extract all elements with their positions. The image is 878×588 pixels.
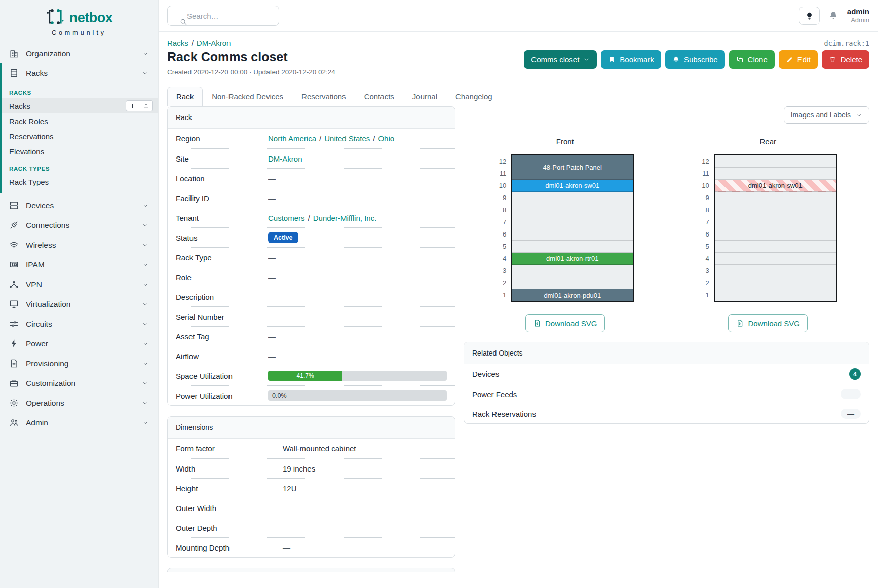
- rack-elevations: Front12111098765432148-Port Patch Paneld…: [464, 137, 869, 332]
- rack-unit-empty[interactable]: [715, 265, 836, 277]
- notifications-bell-icon[interactable]: [828, 11, 838, 21]
- breadcrumb-link-dm-akron[interactable]: DM-Akron: [197, 38, 231, 47]
- unit-number: 12: [699, 155, 709, 168]
- unit-number: 7: [699, 216, 709, 228]
- sidebar-item-racks[interactable]: Racks: [2, 63, 158, 83]
- rack-unit-empty[interactable]: [715, 228, 836, 241]
- breadcrumb-link-racks[interactable]: Racks: [167, 38, 188, 47]
- link-dm-akron[interactable]: DM-Akron: [268, 154, 302, 163]
- link-north-america[interactable]: North America: [268, 134, 316, 143]
- related-objects-title: Related Objects: [464, 342, 869, 364]
- rack-unit-device-48-port-patch-panel[interactable]: 48-Port Patch Panel: [512, 155, 633, 180]
- page-title: Rack Comms closet: [167, 50, 335, 64]
- rack-unit-empty[interactable]: [715, 289, 836, 301]
- sidebar-item-admin[interactable]: Admin: [0, 413, 158, 433]
- sidebar-item-rack-roles[interactable]: Rack Roles: [2, 113, 158, 129]
- edit-button[interactable]: Edit: [779, 50, 818, 69]
- dimensions-panel: Dimensions Form factorWall-mounted cabin…: [167, 416, 455, 558]
- rack-unit-empty[interactable]: [715, 192, 836, 204]
- sidebar-item-rack-types[interactable]: Rack Types: [2, 174, 158, 189]
- chevron-down-icon: [142, 70, 149, 77]
- comms-closet-dropdown[interactable]: Comms closet: [524, 50, 597, 69]
- circuits-icon: [9, 319, 19, 329]
- chevron-down-icon: [142, 321, 149, 328]
- import-button[interactable]: [139, 100, 153, 111]
- sidebar-item-circuits[interactable]: Circuits: [0, 314, 158, 334]
- rack-unit-empty[interactable]: [512, 228, 633, 241]
- chevron-down-icon: [855, 112, 862, 119]
- sidebar-section-heading: RACKS: [2, 83, 158, 98]
- count-badge-devices[interactable]: 4: [849, 368, 861, 380]
- rack-unit-empty[interactable]: [715, 253, 836, 265]
- rack-unit-empty[interactable]: [512, 241, 633, 253]
- attr-row-form-factor: Form factorWall-mounted cabinet: [168, 439, 455, 458]
- download-svg-button-rear[interactable]: Download SVG: [728, 314, 808, 332]
- sidebar-item-customization[interactable]: Customization: [0, 373, 158, 393]
- sidebar-item-reservations[interactable]: Reservations: [2, 129, 158, 144]
- rack-unit-empty[interactable]: [715, 155, 836, 168]
- rack-unit-empty[interactable]: [715, 216, 836, 228]
- add-button[interactable]: [126, 100, 139, 111]
- sidebar-item-provisioning[interactable]: Provisioning: [0, 354, 158, 373]
- theme-toggle-button[interactable]: [799, 7, 820, 25]
- rack-unit-device-dmi01-akron-pdu01[interactable]: dmi01-akron-pdu01: [512, 289, 633, 301]
- rack-unit-device-dmi01-akron-sw01[interactable]: dmi01-akron-sw01: [715, 180, 836, 192]
- search-box: [167, 6, 279, 26]
- rack-unit-empty[interactable]: [715, 168, 836, 180]
- tab-non-racked-devices[interactable]: Non-Racked Devices: [203, 87, 292, 106]
- tab-contacts[interactable]: Contacts: [355, 87, 403, 106]
- provisioning-icon: [9, 359, 19, 368]
- sidebar-item-devices[interactable]: Devices: [0, 195, 158, 215]
- bookmark-button[interactable]: Bookmark: [601, 50, 661, 69]
- tab-journal[interactable]: Journal: [403, 87, 446, 106]
- sidebar-item-racks[interactable]: Racks: [2, 98, 158, 113]
- sidebar-item-virtualization[interactable]: Virtualization: [0, 294, 158, 314]
- images-and-labels-dropdown[interactable]: Images and Labels: [784, 106, 869, 124]
- tab-reservations[interactable]: Reservations: [292, 87, 355, 106]
- sidebar-item-ipam[interactable]: IPAM: [0, 255, 158, 275]
- sidebar-item-vpn[interactable]: VPN: [0, 275, 158, 294]
- unit-number: 10: [699, 180, 709, 192]
- attr-row-location: Location—: [168, 168, 455, 188]
- rack-unit-empty[interactable]: [512, 216, 633, 228]
- vpn-icon: [9, 280, 19, 289]
- netbox-logo[interactable]: netbox: [0, 0, 158, 28]
- rack-unit-empty[interactable]: [715, 277, 836, 289]
- link-dunder-mifflin-inc[interactable]: Dunder-Mifflin, Inc.: [313, 214, 377, 222]
- rack-unit-empty[interactable]: [512, 192, 633, 204]
- sidebar: netbox Community OrganizationRacksRACKSR…: [0, 0, 159, 588]
- elevation-rear: Rear121110987654321dmi01-akron-sw01Downl…: [699, 137, 837, 332]
- link-united-states[interactable]: United States: [324, 134, 370, 143]
- download-svg-button-front[interactable]: Download SVG: [525, 314, 605, 332]
- sidebar-item-organization[interactable]: Organization: [0, 44, 158, 63]
- sidebar-item-elevations[interactable]: Elevations: [2, 144, 158, 159]
- empty-value: —: [268, 312, 276, 321]
- sidebar-item-power[interactable]: Power: [0, 334, 158, 354]
- rack-unit-empty[interactable]: [715, 204, 836, 216]
- rack-attributes: RegionNorth America/United States/OhioSi…: [168, 129, 455, 405]
- empty-value: —: [283, 524, 290, 532]
- rack-unit-empty[interactable]: [715, 241, 836, 253]
- user-menu[interactable]: admin Admin: [847, 7, 869, 24]
- rack-unit-empty[interactable]: [512, 277, 633, 289]
- main-area: admin Admin Racks/DM-Akron dcim.rack:1 R…: [159, 0, 878, 588]
- rack-unit-device-dmi01-akron-rtr01[interactable]: dmi01-akron-rtr01: [512, 253, 633, 265]
- link-customers[interactable]: Customers: [268, 214, 305, 222]
- attr-row-region: RegionNorth America/United States/Ohio: [168, 129, 455, 148]
- rack-unit-empty[interactable]: [512, 265, 633, 277]
- clone-button[interactable]: Clone: [729, 50, 775, 69]
- chevron-down-icon: [142, 380, 149, 387]
- subscribe-button[interactable]: Subscribe: [665, 50, 725, 69]
- status-badge: Active: [268, 232, 298, 243]
- sidebar-item-wireless[interactable]: Wireless: [0, 235, 158, 255]
- sidebar-item-connections[interactable]: Connections: [0, 215, 158, 235]
- sidebar-item-operations[interactable]: Operations: [0, 393, 158, 413]
- rack-unit-empty[interactable]: [512, 204, 633, 216]
- rack-unit-device-dmi01-akron-sw01[interactable]: dmi01-akron-sw01: [512, 180, 633, 192]
- left-column: Rack RegionNorth America/United States/O…: [167, 106, 455, 572]
- tab-rack[interactable]: Rack: [167, 87, 203, 106]
- delete-button[interactable]: Delete: [822, 50, 869, 69]
- link-ohio[interactable]: Ohio: [378, 134, 394, 143]
- tab-changelog[interactable]: Changelog: [446, 87, 502, 106]
- file-download-icon: [533, 319, 541, 327]
